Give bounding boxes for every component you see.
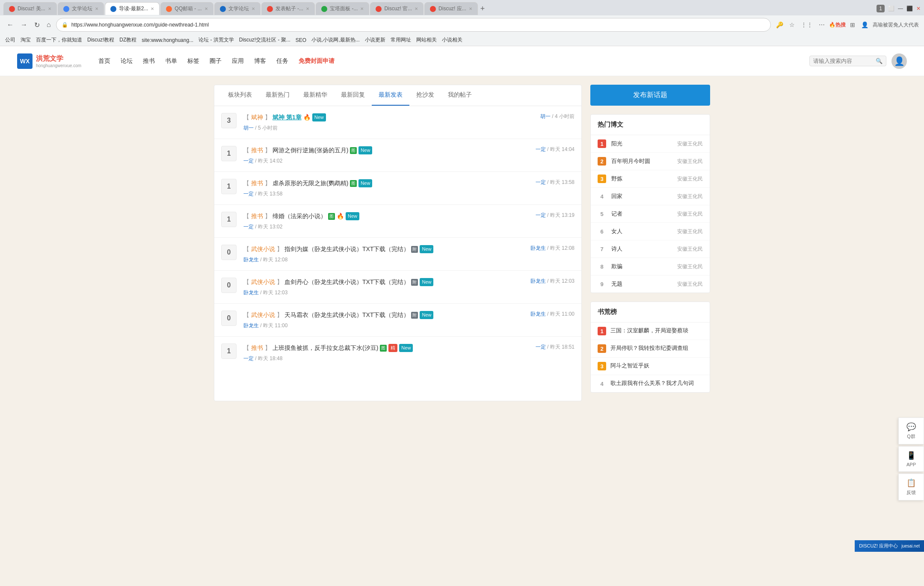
- tab-close-7[interactable]: ✕: [360, 6, 364, 11]
- blog-title[interactable]: 诗人: [611, 245, 672, 253]
- bookmark-novels[interactable]: 小说,小说网,最新热...: [311, 36, 360, 44]
- thread-link[interactable]: 血剑丹心（卧龙生武侠小说）TXT下载（完结）: [284, 278, 409, 287]
- book-title[interactable]: 歌土跟我有什么关系？我才几句词: [610, 379, 694, 387]
- tab-9[interactable]: Discuz! 应... ✕: [424, 2, 478, 15]
- tab-close-1[interactable]: ✕: [48, 6, 51, 11]
- minimize-btn[interactable]: —: [898, 6, 903, 12]
- tab-new-posts[interactable]: 最新发表: [372, 85, 409, 106]
- new-tab-button[interactable]: +: [480, 4, 485, 13]
- thread-link[interactable]: 天马霜衣（卧龙生武侠小说）TXT下载（完结）: [284, 311, 409, 320]
- maximize-btn[interactable]: ⬛: [906, 6, 913, 12]
- close-browser-btn[interactable]: ✕: [916, 6, 921, 12]
- nav-tags[interactable]: 标签: [187, 56, 199, 67]
- thread-author[interactable]: 卧龙生: [243, 290, 259, 296]
- logo[interactable]: WX 洪荒文学 honghuangwenxue.com: [17, 53, 81, 69]
- reload-button[interactable]: ↻: [33, 19, 41, 31]
- nav-circle[interactable]: 圈子: [210, 56, 222, 67]
- profile-btn[interactable]: 👤: [859, 20, 870, 30]
- tab-2[interactable]: 文学论坛 ✕: [58, 2, 104, 15]
- bookmark-seo[interactable]: SEO: [296, 37, 306, 43]
- tab-close-3[interactable]: ✕: [151, 6, 154, 11]
- more-btn[interactable]: ⋯: [817, 20, 826, 30]
- book-title[interactable]: 开局停职？我转投市纪委调查组: [610, 344, 688, 352]
- blog-title[interactable]: 回家: [611, 192, 672, 200]
- bookmark-baidu[interactable]: 百度一下，你就知道: [36, 36, 82, 44]
- tab-close-4[interactable]: ✕: [204, 6, 208, 11]
- thread-link[interactable]: 网游之倒行逆施(张扬的五月): [272, 146, 348, 155]
- back-button[interactable]: ←: [5, 19, 15, 30]
- address-bar[interactable]: 🔒 https://www.honghuangwenxue.com/guide-…: [56, 18, 771, 32]
- nav-recommend[interactable]: 推书: [143, 56, 155, 67]
- key-icon[interactable]: 🔑: [774, 20, 785, 30]
- bookmark-discuz-tutorial[interactable]: Discuz!教程: [87, 36, 114, 44]
- nav-forum[interactable]: 论坛: [121, 56, 133, 67]
- thread-author[interactable]: 一定: [243, 158, 254, 164]
- last-reply-author[interactable]: 卧龙生: [530, 278, 546, 284]
- thread-link[interactable]: 虐杀原形的无限之旅(鹦鹉精): [272, 179, 348, 188]
- last-reply-author[interactable]: 卧龙生: [530, 245, 546, 251]
- thread-link[interactable]: 斌神 第1章: [272, 113, 302, 122]
- tab-8[interactable]: Discuz! 官... ✕: [370, 2, 424, 15]
- tab-6[interactable]: 发表帖子 -... ✕: [261, 2, 315, 15]
- publish-button[interactable]: 发布新话题: [590, 85, 710, 106]
- last-reply-author[interactable]: 胡一: [540, 113, 551, 119]
- bookmark-dz[interactable]: DZ教程: [119, 36, 136, 44]
- bookmark-taobao[interactable]: 淘宝: [21, 36, 31, 44]
- last-reply-author[interactable]: 一定: [536, 146, 546, 152]
- grid-btn[interactable]: ⊞: [848, 20, 857, 30]
- search-icon[interactable]: 🔍: [876, 58, 883, 64]
- extensions-btn[interactable]: ⋮⋮: [799, 20, 814, 30]
- bookmark-company[interactable]: 公司: [5, 36, 15, 44]
- bookmark-site-related[interactable]: 网站相关: [416, 36, 437, 44]
- blog-title[interactable]: 百年明月今时圆: [611, 157, 672, 165]
- tab-my-posts[interactable]: 我的帖子: [441, 85, 479, 106]
- blog-title[interactable]: 阳光: [611, 140, 672, 148]
- tab-7[interactable]: 宝塔面板 -... ✕: [316, 2, 369, 15]
- last-reply-author[interactable]: 卧龙生: [530, 311, 546, 317]
- bookmark-novel-update[interactable]: 小说更新: [365, 36, 385, 44]
- tab-hot[interactable]: 最新热门: [259, 85, 296, 106]
- last-reply-author[interactable]: 一定: [536, 212, 546, 218]
- tab-block-list[interactable]: 板块列表: [221, 85, 259, 106]
- thread-author[interactable]: 一定: [243, 191, 254, 197]
- blog-title[interactable]: 女人: [611, 228, 672, 235]
- tab-4[interactable]: QQ邮箱 - ... ✕: [160, 2, 213, 15]
- tab-5[interactable]: 文学论坛 ✕: [214, 2, 261, 15]
- book-title[interactable]: 三国：汉室麒麟，开局迎娶蔡琰: [610, 327, 688, 334]
- book-title[interactable]: 阿斗之智近乎妖: [610, 362, 649, 370]
- restore-btn[interactable]: ⬜: [888, 6, 894, 12]
- bookmark-common-sites[interactable]: 常用网址: [391, 36, 411, 44]
- forward-button[interactable]: →: [19, 19, 29, 30]
- last-reply-author[interactable]: 一定: [536, 179, 546, 185]
- tab-essence[interactable]: 最新精华: [296, 85, 334, 106]
- nav-booklist[interactable]: 书单: [165, 56, 177, 67]
- user-avatar[interactable]: 👤: [891, 53, 907, 69]
- blog-title[interactable]: 无题: [611, 280, 672, 288]
- nav-tasks[interactable]: 任务: [276, 56, 288, 67]
- tab-reply[interactable]: 最新回复: [334, 85, 372, 106]
- bookmark-star-btn[interactable]: ☆: [788, 20, 797, 30]
- blog-title[interactable]: 记者: [611, 210, 672, 218]
- tab-close-9[interactable]: ✕: [469, 6, 472, 11]
- thread-author[interactable]: 一定: [243, 224, 254, 230]
- thread-link[interactable]: 指剑为媒（卧龙生武侠小说）TXT下载（完结）: [284, 245, 409, 254]
- home-button[interactable]: ⌂: [45, 19, 53, 30]
- tab-close-8[interactable]: ✕: [415, 6, 418, 11]
- search-input[interactable]: [813, 58, 873, 64]
- thread-author[interactable]: 卧龙生: [243, 257, 259, 263]
- thread-author[interactable]: 胡一: [243, 125, 254, 131]
- nav-apps[interactable]: 应用: [232, 56, 244, 67]
- blog-title[interactable]: 野炼: [611, 175, 672, 183]
- thread-author[interactable]: 卧龙生: [243, 323, 259, 329]
- bookmark-forum[interactable]: 论坛 - 洪荒文学: [198, 36, 234, 44]
- last-reply-author[interactable]: 一定: [536, 344, 546, 350]
- blog-title[interactable]: 欺骗: [611, 263, 672, 270]
- nav-home[interactable]: 首页: [98, 56, 110, 67]
- thread-author[interactable]: 一定: [243, 355, 254, 361]
- tab-close-5[interactable]: ✕: [252, 6, 255, 11]
- bookmark-discuz-community[interactable]: Discuz!交流社区 - 聚...: [239, 36, 290, 44]
- tab-close-2[interactable]: ✕: [95, 6, 98, 11]
- qq-group-button[interactable]: 💬 Q群: [898, 417, 924, 431]
- thread-link[interactable]: 缔婚（法采的小说）: [272, 212, 326, 221]
- bookmark-novel-related[interactable]: 小说相关: [442, 36, 462, 44]
